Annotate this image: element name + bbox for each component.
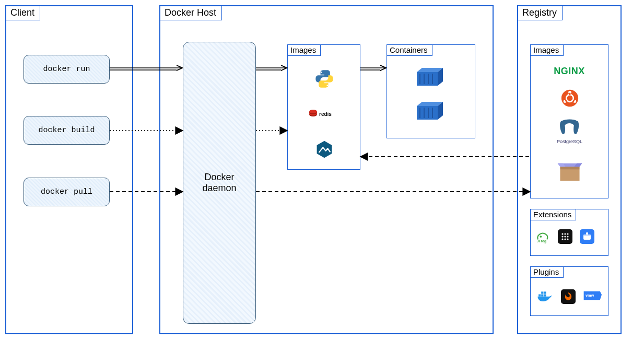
registry-images-title: Images [530,44,564,56]
svg-point-0 [321,72,322,73]
svg-rect-37 [560,167,580,169]
host-images-box: Images redis [287,44,360,170]
ubuntu-icon [561,89,579,107]
jfrog-icon: JFrog [536,229,551,244]
svg-rect-27 [569,93,571,95]
portainer-icon [558,229,572,244]
host-containers-box: Containers [387,44,475,138]
registry-extensions-box: Extensions JFrog [530,209,608,256]
svg-point-47 [567,236,568,237]
svg-point-1 [327,85,329,86]
lens-icon [580,229,594,244]
svg-rect-52 [583,235,591,236]
vmware-icon: vmw [583,289,602,304]
nginx-icon: NGINX [531,66,608,77]
grafana-icon [561,289,576,304]
postgresql-icon: PostgreSQL [557,118,582,144]
host-title: Docker Host [160,6,222,20]
svg-text:redis: redis [319,111,332,116]
postgresql-label: PostgreSQL [557,139,582,144]
svg-rect-56 [544,294,546,296]
registry-extensions-title: Extensions [530,209,576,220]
redis-icon: redis [309,105,340,123]
python-icon [314,68,335,89]
svg-rect-58 [544,291,546,294]
svg-text:JFrog: JFrog [537,239,546,243]
svg-point-45 [561,236,563,237]
svg-point-50 [567,238,568,240]
svg-point-40 [540,236,542,238]
alpine-icon [314,139,335,160]
container-icon [416,66,445,87]
docker-build-command: docker build [24,116,110,145]
host-images-title: Images [287,44,321,56]
svg-point-46 [564,236,566,237]
svg-rect-55 [541,294,543,296]
svg-point-43 [564,233,566,235]
docker-pull-command: docker pull [24,178,110,206]
docker-daemon-label: Docker daemon [202,172,236,194]
svg-point-44 [567,233,568,235]
registry-images-box: Images NGINX PostgreSQL [530,44,608,198]
client-title: Client [6,6,40,20]
package-box-icon [557,157,583,183]
svg-point-31 [571,124,572,126]
docker-run-command: docker run [24,55,110,84]
svg-point-42 [561,233,563,235]
docker-whale-icon [536,289,554,304]
registry-plugins-box: Plugins vmw [530,266,608,316]
docker-daemon-box: Docker daemon [183,42,256,324]
svg-rect-54 [538,294,541,296]
svg-rect-57 [541,291,543,294]
host-containers-title: Containers [387,44,432,56]
registry-title: Registry [518,6,563,20]
svg-point-5 [309,110,317,113]
svg-point-30 [566,124,567,126]
svg-point-53 [586,232,588,235]
svg-point-48 [561,238,563,240]
svg-point-49 [564,238,566,240]
svg-text:vmw: vmw [586,293,594,298]
registry-plugins-title: Plugins [530,266,564,278]
container-icon [416,100,445,121]
